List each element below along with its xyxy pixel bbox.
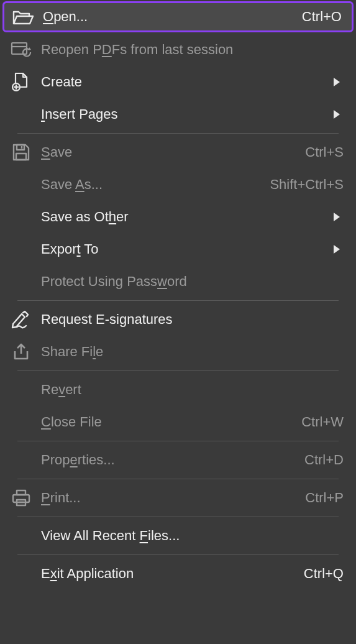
menu-item-save-as[interactable]: Save As... Shift+Ctrl+S (0, 168, 356, 201)
separator (17, 133, 339, 134)
file-menu: Open... Ctrl+O Reopen PDFs from last ses… (0, 1, 356, 590)
menu-shortcut: Ctrl+S (305, 144, 344, 160)
menu-label: Close File (35, 414, 301, 430)
menu-label: Save (35, 144, 305, 160)
menu-item-close-file[interactable]: Close File Ctrl+W (0, 406, 356, 438)
menu-label: Insert Pages (35, 106, 334, 122)
menu-label: Exit Application (35, 566, 304, 582)
menu-item-reopen[interactable]: Reopen PDFs from last session (0, 34, 356, 66)
print-icon (7, 489, 35, 507)
menu-label: Print... (35, 490, 305, 506)
menu-label: Properties... (35, 452, 304, 468)
menu-label: Reopen PDFs from last session (35, 42, 344, 58)
menu-shortcut: Ctrl+W (301, 414, 344, 430)
menu-item-export-to[interactable]: Export To (0, 233, 356, 265)
svg-rect-0 (12, 43, 27, 54)
create-icon (7, 72, 35, 92)
menu-item-protect[interactable]: Protect Using Password (0, 265, 356, 298)
menu-item-view-recent[interactable]: View All Recent Files... (0, 520, 356, 552)
menu-shortcut: Ctrl+D (304, 452, 344, 468)
menu-item-create[interactable]: Create (0, 66, 356, 98)
svg-rect-7 (16, 154, 26, 160)
menu-item-share-file[interactable]: Share File (0, 336, 356, 368)
menu-item-properties[interactable]: Properties... Ctrl+D (0, 444, 356, 476)
menu-label: Request E-signatures (35, 311, 344, 328)
menu-shortcut: Ctrl+Q (304, 566, 344, 582)
menu-label: Open... (37, 9, 302, 25)
menu-label: Revert (35, 382, 344, 398)
menu-item-print[interactable]: Print... Ctrl+P (0, 482, 356, 514)
menu-label: Share File (35, 344, 344, 360)
separator (17, 300, 339, 301)
share-icon (7, 343, 35, 361)
separator (17, 370, 339, 371)
separator (17, 441, 339, 441)
submenu-arrow-icon (334, 213, 340, 221)
menu-item-revert[interactable]: Revert (0, 374, 356, 406)
menu-shortcut: Ctrl+O (302, 9, 342, 25)
submenu-arrow-icon (334, 245, 340, 254)
svg-rect-10 (17, 490, 25, 495)
separator (17, 479, 339, 479)
svg-rect-5 (17, 145, 24, 150)
menu-label: Export To (35, 241, 334, 257)
menu-item-save[interactable]: Save Ctrl+S (0, 136, 356, 168)
reopen-icon (7, 41, 35, 58)
menu-label: Save As... (35, 177, 270, 193)
menu-shortcut: Shift+Ctrl+S (270, 177, 344, 193)
menu-shortcut: Ctrl+P (305, 490, 344, 506)
submenu-arrow-icon (334, 110, 340, 119)
save-icon (7, 143, 35, 162)
separator (17, 517, 339, 517)
separator (17, 554, 339, 555)
menu-item-open[interactable]: Open... Ctrl+O (2, 1, 354, 32)
submenu-arrow-icon (334, 78, 340, 86)
menu-item-insert-pages[interactable]: Insert Pages (0, 98, 356, 131)
menu-item-request-signatures[interactable]: Request E-signatures (0, 303, 356, 336)
menu-label: Protect Using Password (35, 274, 344, 290)
menu-label: Create (35, 74, 334, 90)
menu-label: Save as Other (35, 209, 334, 225)
menu-item-exit[interactable]: Exit Application Ctrl+Q (0, 558, 356, 590)
menu-item-save-as-other[interactable]: Save as Other (0, 201, 356, 233)
folder-open-icon (9, 7, 37, 26)
menu-label: View All Recent Files... (35, 528, 344, 544)
svg-rect-9 (13, 495, 29, 502)
signature-icon (7, 310, 35, 329)
